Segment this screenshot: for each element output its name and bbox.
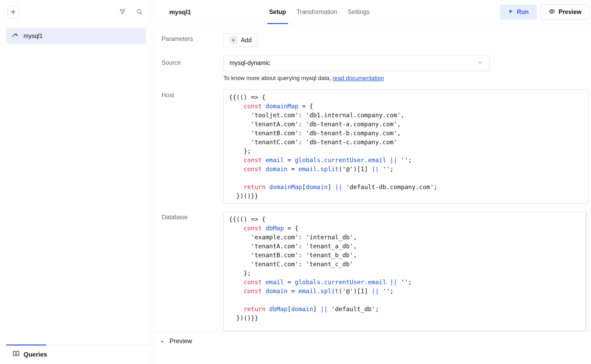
header-actions: Run Preview (500, 4, 589, 20)
database-row: Database {{(() => { const dbMap = { 'exa… (162, 212, 588, 331)
caret-up-icon[interactable] (160, 339, 165, 345)
play-icon (508, 8, 514, 16)
code-line: 'tenantB.com': 'tenant_b_db', (229, 251, 583, 260)
queries-tab-label: Queries (24, 351, 47, 358)
preview-button[interactable]: Preview (541, 4, 589, 20)
read-documentation-link[interactable]: read documentation (332, 75, 384, 81)
sidebar-toolbar (0, 0, 152, 24)
query-list-item-mysql1[interactable]: mysql1 (6, 28, 146, 44)
query-item-label: mysql1 (24, 32, 43, 40)
source-helper-text: To know more about querying mysql data, … (223, 75, 588, 82)
query-detail-panel: mysql1 Setup Transformation Settings Ru (152, 0, 591, 364)
scrollbar[interactable] (585, 213, 587, 330)
tab-transformation[interactable]: Transformation (297, 0, 337, 24)
code-line: }; (229, 147, 583, 156)
database-label: Database (162, 212, 223, 221)
query-editor-window: mysql1 Queries mysql1 Setup Transformati… (0, 0, 591, 364)
tab-transformation-label: Transformation (297, 8, 337, 16)
code-line: return domainMap[domain] || 'default-db.… (229, 183, 583, 192)
preview-section-header: Preview (152, 331, 591, 364)
parameters-control: Add (223, 33, 588, 47)
query-title: mysql1 (169, 8, 212, 16)
code-line: 'tooljet.com': 'db1.internal.company.com… (229, 111, 583, 120)
source-row: Source mysql-dynamic To know more about … (162, 55, 588, 82)
host-row: Host {{(() => { const domainMap = { 'too… (162, 90, 588, 204)
code-line: const email = globals.currentUser.email … (229, 156, 583, 165)
plus-icon (10, 8, 17, 16)
code-line: })()}} (229, 314, 583, 323)
run-button[interactable]: Run (500, 4, 537, 20)
tab-settings-label: Settings (348, 8, 370, 16)
source-helper-prefix: To know more about querying mysql data, (223, 75, 332, 81)
search-queries-button[interactable] (134, 7, 144, 17)
code-line: const dbMap = { (229, 224, 583, 233)
source-control: mysql-dynamic To know more about queryin… (223, 55, 588, 82)
code-line: const domain = email.split('@')[1] || ''… (229, 287, 583, 296)
code-line: 'tenantA.com': 'db-tenant-a.company.com'… (229, 120, 583, 129)
tab-setup-label: Setup (269, 8, 286, 16)
tab-queries[interactable]: Queries (12, 350, 47, 359)
code-line: })()}} (229, 192, 583, 200)
host-label: Host (162, 90, 223, 99)
queries-tab-active-indicator (6, 344, 46, 346)
code-line: const domain = email.split('@')[1] || ''… (229, 165, 583, 174)
database-code-editor[interactable]: {{(() => { const dbMap = { 'example.com'… (223, 212, 588, 331)
code-line: 'tenantB.com': 'db-tenant-b.company.com'… (229, 129, 583, 138)
code-line: 'tenantC.com': 'db-tenant-c.company.com' (229, 138, 583, 147)
host-code-editor[interactable]: {{(() => { const domainMap = { 'tooljet.… (223, 90, 588, 204)
query-list: mysql1 (0, 24, 152, 345)
preview-button-label: Preview (559, 8, 581, 16)
parameters-row: Parameters Add (162, 33, 588, 47)
code-line: return dbMap[domain] || 'default_db'; (229, 305, 583, 314)
source-select[interactable]: mysql-dynamic (223, 55, 490, 71)
database-control: {{(() => { const dbMap = { 'example.com'… (223, 212, 588, 331)
eye-icon (548, 8, 555, 16)
add-query-button[interactable] (7, 6, 19, 18)
code-line: const domainMap = { (229, 102, 583, 111)
preview-section-title: Preview (170, 337, 192, 345)
tab-setup[interactable]: Setup (269, 0, 286, 24)
code-line: const email = globals.currentUser.email … (229, 278, 583, 287)
code-line: 'tenantC.com': 'tenant_c_db' (229, 260, 583, 269)
source-label: Source (162, 55, 223, 66)
tab-settings[interactable]: Settings (348, 0, 370, 24)
parameters-label: Parameters (162, 33, 223, 43)
code-line: 'example.com': 'internal_db', (229, 233, 583, 242)
code-line (229, 174, 583, 183)
code-line (229, 296, 583, 305)
sidebar-bottom-bar: Queries (0, 345, 152, 364)
mysql-icon (11, 31, 19, 41)
host-control: {{(() => { const domainMap = { 'tooljet.… (223, 90, 588, 204)
add-parameter-button[interactable]: Add (223, 33, 258, 47)
filter-queries-button[interactable] (118, 7, 128, 17)
query-tabs: Setup Transformation Settings (269, 0, 370, 24)
code-line: {{(() => { (229, 93, 583, 102)
code-line: {{(() => { (229, 215, 583, 224)
queries-sidebar: mysql1 Queries (0, 0, 152, 364)
source-select-value: mysql-dynamic (229, 59, 477, 67)
queries-icon (12, 350, 20, 359)
plus-icon (229, 36, 237, 44)
filter-icon (119, 8, 126, 16)
query-header: mysql1 Setup Transformation Settings Ru (152, 0, 591, 24)
code-line: }; (229, 269, 583, 278)
add-parameter-label: Add (241, 37, 252, 44)
setup-form: Parameters Add Source mysql-dynamic (152, 24, 591, 331)
search-icon (136, 8, 143, 16)
chevron-down-icon (477, 59, 484, 67)
code-line: 'tenantA.com': 'tenant_a_db', (229, 242, 583, 251)
run-button-label: Run (517, 8, 529, 16)
